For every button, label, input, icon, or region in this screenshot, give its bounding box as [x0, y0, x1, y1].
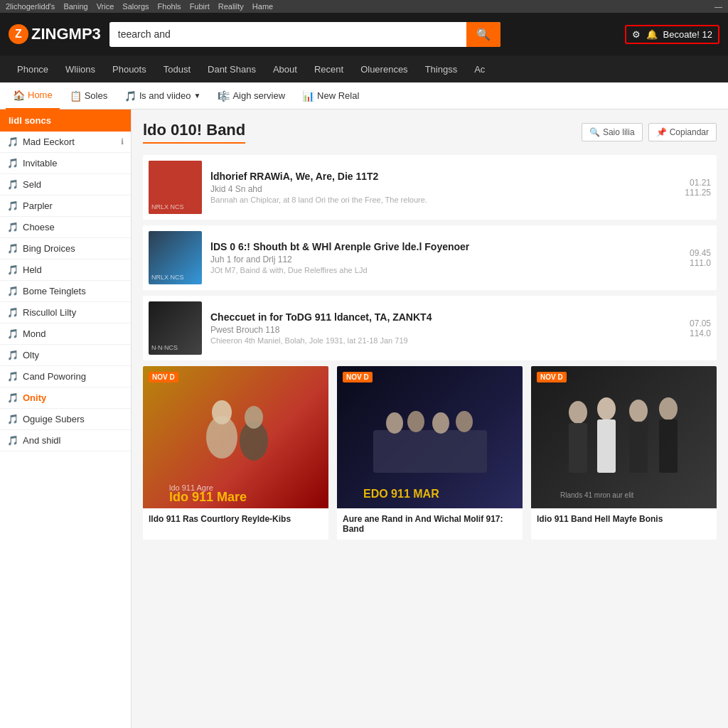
saio-lilia-button[interactable]: 🔍 Saio lilia — [582, 123, 643, 141]
song-list-item[interactable]: NRLX NCS lDS 0 6:! Shouth bt & WHl Arenp… — [143, 225, 717, 290]
music-icon: 🎵 — [7, 435, 18, 446]
nav-item-about[interactable]: About — [264, 55, 306, 82]
subnav-soles[interactable]: 📋 Soles — [63, 82, 115, 109]
info-icon: ℹ — [121, 137, 124, 146]
song-meta: 01.21 111.25 — [685, 178, 711, 198]
page-title-row: ldo 010! Band 🔍 Saio lilia 📌 Copiandar — [143, 121, 717, 144]
page-title: ldo 010! Band — [143, 121, 245, 144]
music-icon: 🎵 — [7, 350, 18, 360]
site-header: Z ZINGMP3 🔍 ⚙ 🔔 Becoate! 12 — [0, 13, 728, 55]
subnav-new-relal-label: New Relal — [317, 90, 359, 101]
song-list-item[interactable]: NRLX NCS ldhorief RRAWiA, We, Are, Die 1… — [143, 155, 717, 220]
nav-item-wliions[interactable]: Wliions — [57, 55, 104, 82]
album-card[interactable]: EDO 911 MAR NOV D Aure ane Rand in And W… — [337, 366, 523, 540]
svg-point-15 — [456, 411, 473, 432]
subnav-video[interactable]: 🎵 ls and viideo ▼ — [117, 82, 208, 109]
song-thumbnail: NRLX NCS — [149, 161, 202, 214]
site-logo[interactable]: Z ZINGMP3 — [9, 24, 101, 44]
subnav-aigh-label: Aigh serview — [232, 90, 285, 101]
nav-item-dant-shans[interactable]: Dant Shans — [199, 55, 264, 82]
browser-tab[interactable]: Fubirt — [190, 2, 210, 11]
sidebar-item-bing-droices[interactable]: 🎵 Bing Droices — [0, 238, 131, 259]
video-icon: 🎵 — [124, 90, 136, 102]
sidebar-item-riscullol-lilty[interactable]: 🎵 Riscullol Lilty — [0, 302, 131, 323]
browser-tab[interactable]: 2lichogerlidd's — [6, 2, 55, 11]
search-button[interactable]: 🔍 — [466, 22, 500, 47]
music-icon: 🎵 — [7, 179, 18, 190]
nav-item-oluerences[interactable]: Oluerences — [352, 55, 416, 82]
sidebar-item-parpler[interactable]: 🎵 Parpler — [0, 196, 131, 217]
nav-item-thingss[interactable]: Thingss — [417, 55, 466, 82]
svg-text:EDO 911 MAR: EDO 911 MAR — [363, 488, 439, 500]
subnav-home-label: Home — [28, 90, 53, 100]
music-icon: 🎵 — [7, 414, 18, 424]
browser-tab[interactable]: Vrice — [97, 2, 114, 11]
svg-point-6 — [212, 400, 232, 424]
sidebar-item-mond[interactable]: 🎵 Mond — [0, 323, 131, 345]
notification-icon: 🔔 — [646, 29, 658, 40]
sidebar-item-seld[interactable]: 🎵 Seld — [0, 174, 131, 196]
subnav-new-relal[interactable]: 📊 New Relal — [295, 82, 366, 109]
sidebar-item-held[interactable]: 🎵 Held — [0, 259, 131, 281]
sidebar-item-invitable[interactable]: 🎵 Invitable — [0, 153, 131, 174]
album-title: lldo 911 Ras Courtlory Reylde-Kibs — [143, 508, 328, 530]
page-layout: lidl soncs 🎵 Mad Eeckort ℹ 🎵 Invitable 🎵… — [0, 109, 728, 728]
main-navigation: Phonce Wliions Phouots Todust Dant Shans… — [0, 55, 728, 82]
svg-rect-18 — [569, 423, 587, 473]
header-right-section: ⚙ 🔔 Becoate! 12 — [625, 25, 719, 44]
song-thumbnail: N·N·NCS — [149, 301, 202, 355]
subnav-home[interactable]: 🏠 Home — [6, 82, 60, 109]
music-icon: 🎵 — [7, 371, 18, 382]
album-badge: NOV D — [149, 372, 178, 382]
sidebar-item-choese[interactable]: 🎵 Choese — [0, 217, 131, 238]
song-desc: Bannah an Chiplcar, at 8 land Ori the or… — [210, 196, 676, 204]
sidebar-item-onity[interactable]: 🎵 Onity — [0, 387, 131, 409]
song-title: ldhorief RRAWiA, We, Are, Die 11T2 — [210, 171, 676, 182]
svg-point-23 — [659, 397, 678, 420]
sidebar-item-oguige-subers[interactable]: 🎵 Oguige Subers — [0, 409, 131, 430]
sidebar-header-label: lidl soncs — [9, 115, 51, 126]
song-list-item[interactable]: N·N·NCS Checcuet in for ToDG 911 ldancet… — [143, 296, 717, 360]
nav-item-phonce[interactable]: Phonce — [9, 55, 57, 82]
music-icon: 🎵 — [7, 307, 18, 318]
nav-item-ac[interactable]: Ac — [466, 55, 493, 82]
nav-item-recent[interactable]: Recent — [306, 55, 352, 82]
subnav-aigh[interactable]: 🎼 Aigh serview — [210, 82, 292, 109]
album-title: ldio 911 Band Hell Mayfe Bonis — [531, 508, 717, 530]
sub-navigation: 🏠 Home 📋 Soles 🎵 ls and viideo ▼ 🎼 Aigh … — [0, 82, 728, 109]
sidebar-item-mad-eeckort[interactable]: 🎵 Mad Eeckort ℹ — [0, 132, 131, 153]
album-card[interactable]: Rlands 41 mron aur elit NOV D ldio 911 B… — [531, 366, 717, 540]
nav-item-todust[interactable]: Todust — [155, 55, 199, 82]
copiandar-button[interactable]: 📌 Copiandar — [648, 123, 717, 141]
svg-point-12 — [386, 412, 403, 434]
browser-tab[interactable]: Salorgs — [122, 2, 149, 11]
svg-point-19 — [597, 397, 616, 420]
music-icon: 🎵 — [7, 158, 18, 168]
nav-item-phouots[interactable]: Phouots — [104, 55, 155, 82]
settings-icon: ⚙ — [632, 29, 641, 40]
song-artist: Jkid 4 Sn ahd — [210, 184, 676, 194]
sidebar-item-bome-teinglets[interactable]: 🎵 Bome Teinglets — [0, 281, 131, 302]
svg-rect-22 — [629, 422, 648, 473]
song-thumbnail: NRLX NCS — [149, 231, 202, 284]
aigh-icon: 🎼 — [218, 90, 230, 102]
svg-rect-24 — [659, 419, 678, 473]
header-user-label[interactable]: Becoate! 12 — [663, 29, 712, 40]
browser-tab[interactable]: Realilty — [218, 2, 244, 11]
sidebar-item-and-shidl[interactable]: 🎵 And shidl — [0, 430, 131, 451]
browser-tab[interactable]: Fhohls — [158, 2, 181, 11]
sidebar-item-olty[interactable]: 🎵 Olty — [0, 345, 131, 366]
svg-text:Rlands 41 mron aur elit: Rlands 41 mron aur elit — [560, 491, 634, 499]
page-actions: 🔍 Saio lilia 📌 Copiandar — [582, 123, 717, 141]
album-card[interactable]: ldo 911 Mare ldo 911 Agre NOV D lldo 911… — [143, 366, 328, 540]
new-relal-icon: 📊 — [302, 90, 314, 102]
album-badge: NOV D — [343, 372, 373, 382]
sidebar-item-cand-poworing[interactable]: 🎵 Cand Poworing — [0, 366, 131, 387]
browser-tab[interactable]: Baning — [63, 2, 87, 11]
svg-point-14 — [432, 412, 449, 434]
album-thumbnail: Rlands 41 mron aur elit NOV D — [531, 366, 717, 508]
browser-tab[interactable]: Hame — [252, 2, 273, 11]
music-icon: 🎵 — [7, 328, 18, 339]
search-input[interactable] — [109, 23, 466, 46]
sidebar: lidl soncs 🎵 Mad Eeckort ℹ 🎵 Invitable 🎵… — [0, 109, 132, 728]
